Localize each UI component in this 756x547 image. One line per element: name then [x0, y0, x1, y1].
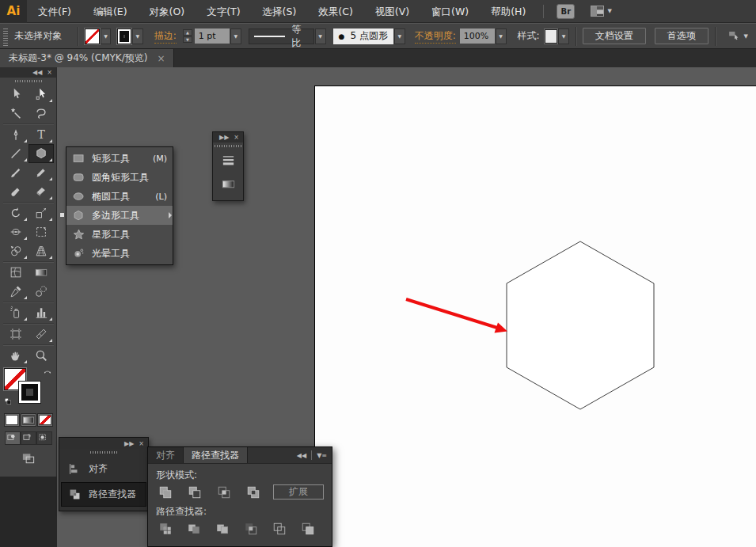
- menu-item-0[interactable]: 文件(F): [27, 0, 82, 23]
- line-segment-tool[interactable]: [3, 144, 28, 163]
- panel-list-item-0[interactable]: 对齐: [61, 457, 146, 481]
- expand-button[interactable]: 扩展: [273, 484, 324, 500]
- style-swatch[interactable]: [545, 29, 558, 44]
- pencil-tool[interactable]: [28, 163, 54, 182]
- close-icon[interactable]: ×: [234, 134, 239, 141]
- polygon-tool[interactable]: [28, 144, 54, 163]
- flyout-item-4[interactable]: 星形工具: [66, 225, 173, 244]
- free-transform-tool[interactable]: [28, 222, 54, 241]
- document-setup-button[interactable]: 文档设置: [583, 28, 646, 44]
- panel-grip[interactable]: [213, 142, 243, 150]
- draw-behind-button[interactable]: [21, 431, 36, 445]
- style-dropdown-button[interactable]: ▼: [558, 28, 569, 44]
- stroke-panel-button[interactable]: [217, 151, 239, 169]
- menu-item-4[interactable]: 选择(S): [252, 0, 308, 23]
- collapse-icon[interactable]: ◀◀: [297, 452, 306, 459]
- opacity-input[interactable]: 100%: [460, 28, 495, 44]
- stroke-color-proxy[interactable]: [19, 382, 40, 403]
- selection-tool[interactable]: [3, 85, 28, 104]
- opacity-panel-link[interactable]: 不透明度:: [415, 29, 456, 44]
- fill-dropdown-button[interactable]: ▼: [101, 28, 112, 44]
- flyout-item-0[interactable]: 矩形工具(M): [66, 149, 173, 168]
- gradient-panel-button[interactable]: [217, 175, 239, 192]
- expand-icon[interactable]: ▶▶: [124, 440, 134, 447]
- trim-button[interactable]: [184, 521, 203, 536]
- type-tool[interactable]: T: [28, 125, 54, 144]
- document-tab[interactable]: 未标题-3* @ 94% (CMYK/预览) ×: [0, 49, 174, 67]
- blob-brush-tool[interactable]: [3, 182, 28, 201]
- lasso-tool[interactable]: [28, 104, 54, 123]
- unite-button[interactable]: [156, 484, 175, 500]
- workspace-switcher[interactable]: ▼: [591, 6, 611, 17]
- column-graph-tool[interactable]: [28, 303, 54, 322]
- zoom-tool[interactable]: [28, 346, 54, 365]
- menu-item-7[interactable]: 窗口(W): [420, 0, 480, 23]
- menu-item-5[interactable]: 效果(C): [307, 0, 363, 23]
- brush-dropdown-button[interactable]: ▼: [394, 28, 405, 44]
- pen-tool[interactable]: [3, 125, 28, 144]
- panel-tab-1[interactable]: 路径查找器: [184, 447, 248, 463]
- gradient-button[interactable]: [21, 413, 36, 427]
- draw-inside-button[interactable]: [36, 431, 52, 445]
- screen-mode-button[interactable]: [0, 451, 56, 466]
- panel-tab-0[interactable]: 对齐: [148, 447, 184, 463]
- stroke-weight-input[interactable]: 1 pt: [195, 28, 230, 44]
- width-profile-dropdown[interactable]: 等比: [249, 28, 314, 44]
- paintbrush-tool[interactable]: [3, 163, 28, 182]
- expand-icon[interactable]: ▶▶: [219, 134, 229, 141]
- gradient-tool[interactable]: [28, 263, 54, 282]
- exclude-button[interactable]: [244, 484, 263, 500]
- eraser-tool[interactable]: [28, 182, 54, 201]
- symbol-sprayer-tool[interactable]: [3, 303, 28, 322]
- scale-tool[interactable]: [28, 203, 54, 222]
- blend-tool[interactable]: [28, 282, 54, 301]
- stroke-panel-link[interactable]: 描边:: [154, 29, 177, 44]
- minus-front-button[interactable]: [185, 484, 204, 500]
- direct-selection-tool[interactable]: [28, 85, 54, 104]
- slice-tool[interactable]: [28, 325, 54, 344]
- collapse-icon[interactable]: ◀◀: [32, 69, 42, 76]
- divide-button[interactable]: [156, 521, 175, 536]
- none-button[interactable]: [37, 413, 53, 427]
- brush-definition-dropdown[interactable]: ● 5 点圆形: [333, 28, 393, 44]
- minus-back-button[interactable]: [298, 521, 317, 536]
- perspective-grid-tool[interactable]: [28, 241, 54, 260]
- stepper-down-icon[interactable]: ▼: [183, 36, 192, 43]
- default-fill-stroke-icon[interactable]: [4, 397, 13, 409]
- eyedropper-tool[interactable]: [3, 282, 28, 301]
- profile-dropdown-button[interactable]: ▼: [315, 28, 326, 44]
- panel-menu-icon[interactable]: ▼≡: [317, 452, 327, 459]
- panel-grip[interactable]: [0, 78, 56, 85]
- flyout-item-2[interactable]: 椭圆工具(L): [66, 187, 173, 206]
- menu-item-3[interactable]: 文字(T): [196, 0, 251, 23]
- close-icon[interactable]: ×: [139, 440, 144, 447]
- hand-tool[interactable]: [3, 346, 28, 365]
- flyout-item-3[interactable]: 多边形工具: [66, 206, 173, 225]
- flyout-item-5[interactable]: 光晕工具: [66, 244, 173, 263]
- bridge-button[interactable]: Br: [557, 4, 575, 19]
- stroke-weight-dropdown[interactable]: ▼: [230, 28, 241, 44]
- flyout-item-1[interactable]: 圆角矩形工具: [66, 168, 173, 187]
- opacity-dropdown-button[interactable]: ▼: [496, 28, 507, 44]
- stroke-weight-stepper[interactable]: ▲ ▼: [183, 29, 192, 43]
- menu-item-8[interactable]: 帮助(H): [480, 0, 537, 23]
- stroke-dropdown-button[interactable]: ▼: [132, 28, 143, 44]
- mesh-tool[interactable]: [3, 263, 28, 282]
- preferences-button[interactable]: 首选项: [655, 28, 709, 44]
- shape-builder-tool[interactable]: [3, 241, 28, 260]
- crop-button[interactable]: [241, 521, 260, 536]
- width-tool[interactable]: [3, 222, 28, 241]
- fill-swatch[interactable]: [85, 28, 99, 44]
- menu-item-1[interactable]: 编辑(E): [82, 0, 139, 23]
- intersect-button[interactable]: [215, 484, 234, 500]
- stepper-up-icon[interactable]: ▲: [183, 29, 192, 36]
- close-icon[interactable]: ×: [47, 69, 52, 76]
- panel-list-item-1[interactable]: 路径查找器: [61, 482, 146, 507]
- outline-button[interactable]: [270, 521, 289, 536]
- magic-wand-tool[interactable]: [3, 104, 28, 123]
- panel-grip[interactable]: [59, 449, 148, 456]
- merge-button[interactable]: [213, 521, 232, 536]
- artboard[interactable]: [314, 85, 756, 547]
- draw-normal-button[interactable]: [5, 431, 21, 445]
- swap-fill-stroke-icon[interactable]: [42, 368, 53, 382]
